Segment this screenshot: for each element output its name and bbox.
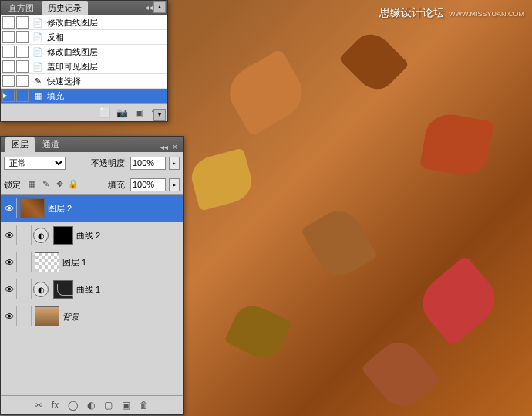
layer-mask-thumbnail[interactable] — [53, 226, 73, 245]
adjustment-layer-icon[interactable]: ◐ — [87, 400, 95, 411]
history-checkbox[interactable] — [16, 60, 29, 73]
document-icon: 📄 — [32, 17, 44, 28]
history-item[interactable]: 📄修改曲线图层 — [1, 15, 167, 30]
layer-thumbnail[interactable] — [35, 252, 59, 272]
lock-all-icon[interactable]: 🔒 — [68, 179, 79, 190]
history-checkbox[interactable] — [2, 75, 15, 87]
history-panel-header: 直方图 历史记录 ◂◂ × — [1, 1, 167, 15]
document-icon: 📄 — [32, 46, 44, 57]
link-column[interactable] — [17, 306, 32, 326]
history-checkbox[interactable] — [16, 75, 29, 87]
history-checkbox[interactable] — [16, 46, 29, 58]
layer-row[interactable]: 👁 背景 — [1, 303, 183, 330]
layer-thumbnail[interactable] — [20, 198, 45, 218]
history-checkbox[interactable] — [2, 31, 15, 43]
visibility-icon[interactable]: 👁 — [2, 279, 17, 299]
layers-panel: 图层 通道 ◂◂ × 正常 不透明度: 100% ▸ 锁定: ▦ ✎ ✥ 🔒 填… — [0, 136, 184, 415]
history-item[interactable]: 📄盖印可见图层 — [1, 59, 167, 74]
layer-row[interactable]: 👁 图层 2 — [1, 195, 183, 222]
link-column[interactable] — [17, 279, 32, 299]
history-footer: ⬜ 📷 ▣ 🗑 — [1, 103, 167, 121]
lock-row: 锁定: ▦ ✎ ✥ 🔒 填充: 100% ▸ — [1, 174, 183, 195]
history-checkbox[interactable] — [16, 31, 29, 43]
mask-icon[interactable]: ◯ — [68, 400, 78, 411]
panel-collapse-icon[interactable]: ◂◂ — [144, 3, 153, 12]
snapshot-icon[interactable]: ⬜ — [99, 107, 110, 118]
opacity-input[interactable]: 100% — [130, 157, 166, 170]
adjustment-icon[interactable]: ◐ — [33, 228, 49, 243]
blend-mode-select[interactable]: 正常 — [4, 157, 66, 170]
layers-footer: ⚯ fx ◯ ◐ ▢ ▣ 🗑 — [1, 395, 183, 414]
fx-icon[interactable]: fx — [52, 400, 59, 411]
layer-mask-thumbnail[interactable] — [53, 280, 73, 299]
history-checkbox[interactable]: ▸ — [2, 90, 15, 102]
delete-layer-icon[interactable]: 🗑 — [140, 400, 149, 411]
lock-transparent-icon[interactable]: ▦ — [26, 179, 37, 190]
layer-options-row: 正常 不透明度: 100% ▸ — [1, 152, 183, 174]
link-layers-icon[interactable]: ⚯ — [35, 400, 42, 411]
visibility-icon[interactable]: 👁 — [2, 198, 17, 218]
new-doc-icon[interactable]: 📷 — [116, 107, 127, 118]
tab-histogram[interactable]: 直方图 — [2, 1, 40, 15]
history-checkbox[interactable] — [16, 90, 29, 102]
lock-pixels-icon[interactable]: ✎ — [40, 179, 51, 190]
layers-panel-header: 图层 通道 ◂◂ × — [1, 137, 183, 152]
history-item[interactable]: 📄反相 — [1, 30, 167, 45]
lock-position-icon[interactable]: ✥ — [54, 179, 65, 190]
document-icon: 📄 — [32, 61, 44, 72]
group-icon[interactable]: ▢ — [104, 400, 113, 411]
layer-thumbnail[interactable] — [35, 306, 59, 326]
history-checkbox[interactable] — [2, 46, 15, 58]
panel-close-icon[interactable]: × — [170, 143, 180, 152]
history-checkbox[interactable] — [2, 16, 15, 29]
history-list: 📄修改曲线图层 📄反相 📄修改曲线图层 📄盖印可见图层 ✎快速选择 ▸▦填充 ▴… — [1, 15, 167, 103]
history-item[interactable]: ✎快速选择 — [1, 74, 167, 89]
brush-icon: ✎ — [32, 76, 44, 86]
new-state-icon[interactable]: ▣ — [133, 107, 144, 118]
layer-row[interactable]: 👁 ◐ 曲线 1 — [1, 276, 183, 303]
visibility-icon[interactable]: 👁 — [2, 252, 17, 272]
layer-row[interactable]: 👁 图层 1 — [1, 249, 183, 276]
panel-collapse-icon[interactable]: ◂◂ — [160, 143, 169, 152]
fill-flyout-icon[interactable]: ▸ — [169, 178, 180, 191]
tab-layers[interactable]: 图层 — [5, 137, 35, 152]
opacity-flyout-icon[interactable]: ▸ — [169, 157, 180, 170]
history-panel: 直方图 历史记录 ◂◂ × 📄修改曲线图层 📄反相 📄修改曲线图层 📄盖印可见图… — [0, 0, 168, 122]
layers-list: 👁 图层 2 👁 ◐ 曲线 2 👁 图层 1 👁 ◐ 曲线 1 👁 — [1, 195, 183, 330]
history-checkbox[interactable] — [16, 16, 29, 29]
link-column[interactable] — [17, 225, 32, 245]
tab-channels[interactable]: 通道 — [36, 137, 66, 152]
history-item[interactable]: 📄修改曲线图层 — [1, 45, 167, 59]
fill-icon: ▦ — [32, 90, 44, 101]
history-item[interactable]: ▸▦填充 — [1, 89, 167, 103]
layer-row[interactable]: 👁 ◐ 曲线 2 — [1, 222, 183, 249]
tab-history[interactable]: 历史记录 — [42, 1, 88, 15]
fill-input[interactable]: 100% — [130, 178, 166, 191]
adjustment-icon[interactable]: ◐ — [33, 282, 49, 297]
watermark: 思缘设计论坛WWW.MISSYUAN.COM — [379, 6, 524, 20]
visibility-icon[interactable]: 👁 — [2, 306, 17, 326]
opacity-label: 不透明度: — [91, 157, 127, 169]
history-checkbox[interactable] — [2, 60, 15, 73]
new-layer-icon[interactable]: ▣ — [122, 400, 130, 411]
link-column[interactable] — [17, 252, 32, 272]
document-icon: 📄 — [32, 32, 44, 42]
visibility-icon[interactable]: 👁 — [2, 225, 17, 245]
